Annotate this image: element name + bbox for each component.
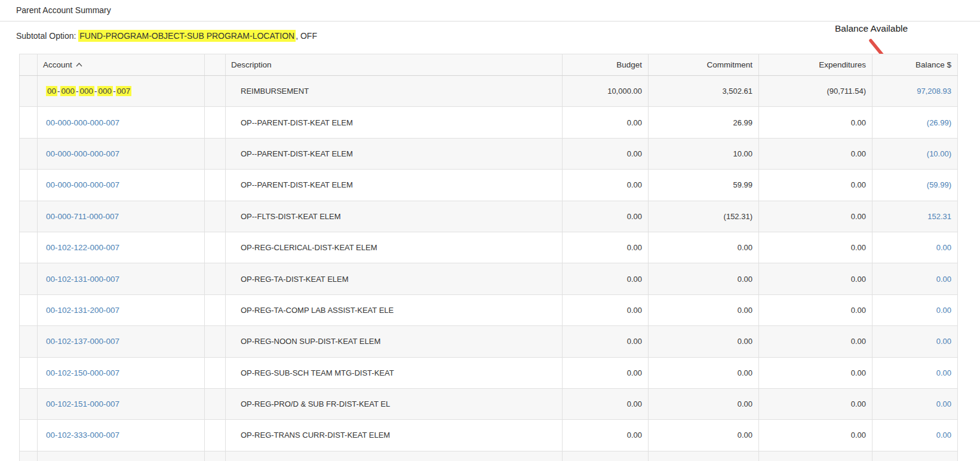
balance-cell: (59.99): [873, 170, 958, 201]
column-header-description[interactable]: Description: [226, 54, 563, 76]
expenditures-cell: 0.00: [759, 326, 873, 357]
account-link[interactable]: 00-000-000-000-007: [46, 149, 119, 158]
balance-link[interactable]: 0.00: [936, 399, 951, 408]
column-header-spacer-mid: [205, 54, 226, 76]
spacer-cell: [205, 420, 226, 451]
account-link[interactable]: 00-102-122-000-007: [46, 243, 119, 252]
account-link[interactable]: 00-102-131-200-007: [46, 306, 119, 315]
budget-cell: 0.00: [563, 326, 649, 357]
commitment-cell: 0.00: [649, 326, 759, 357]
budget-cell: 0.00: [563, 388, 649, 419]
budget-cell: 10,000.00: [563, 76, 649, 107]
budget-cell: 0.00: [563, 232, 649, 263]
balance-link[interactable]: (26.99): [927, 118, 951, 127]
table-header-row: Account Description Budget Commitment Ex…: [20, 54, 958, 76]
account-link[interactable]: 00-102-151-000-007: [46, 399, 119, 408]
spacer-cell: [20, 326, 38, 357]
description-cell: OP--PARENT-DIST-KEAT ELEM: [226, 170, 563, 201]
account-cell: 00-102-151-000-007: [38, 388, 205, 419]
spacer-cell: [205, 201, 226, 232]
balance-cell: (10.00): [873, 138, 958, 169]
expenditures-cell: 0.00: [759, 388, 873, 419]
table-row: 00-102-150-000-007 OP-REG-SUB-SCH TEAM M…: [20, 357, 958, 388]
description-cell: [226, 451, 563, 461]
spacer-cell: [205, 451, 226, 461]
account-cell: 00-102-131-200-007: [38, 294, 205, 325]
account-link[interactable]: 00-102-131-000-007: [46, 275, 119, 284]
spacer-cell: [205, 107, 226, 138]
table-row: 00-102-137-000-007 OP-REG-NOON SUP-DIST-…: [20, 326, 958, 357]
balance-link[interactable]: (10.00): [927, 149, 951, 158]
spacer-cell: [20, 107, 38, 138]
page-title: Parent Account Summary: [16, 5, 111, 15]
account-link[interactable]: 00-000-000-000-007: [46, 118, 119, 127]
balance-link[interactable]: 0.00: [936, 243, 951, 252]
account-link[interactable]: 00-102-150-000-007: [46, 368, 119, 377]
budget-cell: 0.00: [563, 138, 649, 169]
commitment-cell: 0.00: [649, 357, 759, 388]
balance-link[interactable]: 0.00: [936, 306, 951, 315]
spacer-cell: [205, 170, 226, 201]
subtotal-option-label: Subtotal Option:: [16, 31, 78, 41]
balance-cell: 0.00: [873, 232, 958, 263]
table-row: 00-102-131-000-007 OP-REG-TA-DIST-KEAT E…: [20, 263, 958, 294]
column-header-account[interactable]: Account: [38, 54, 205, 76]
spacer-cell: [205, 294, 226, 325]
balance-link[interactable]: (59.99): [927, 180, 951, 189]
balance-link[interactable]: 0.00: [936, 275, 951, 284]
budget-cell: 0.00: [563, 263, 649, 294]
account-cell: 00-102-137-000-007: [38, 326, 205, 357]
expenditures-cell: 0.00: [759, 420, 873, 451]
account-cell: 00-102-150-000-007: [38, 357, 205, 388]
description-cell: OP--FLTS-DIST-KEAT ELEM: [226, 201, 563, 232]
table-row-partial: [20, 451, 958, 461]
sort-ascending-icon: [76, 63, 82, 67]
spacer-cell: [20, 76, 38, 107]
table-row: 00-000-000-000-007 REIMBURSEMENT 10,000.…: [20, 76, 958, 107]
expenditures-cell: 0.00: [759, 107, 873, 138]
header-divider: [0, 21, 980, 21]
column-header-budget[interactable]: Budget: [563, 54, 649, 76]
description-cell: OP--PARENT-DIST-KEAT ELEM: [226, 138, 563, 169]
account-link[interactable]: 00-102-137-000-007: [46, 337, 119, 346]
spacer-cell: [205, 357, 226, 388]
balance-link[interactable]: 152.31: [927, 212, 951, 221]
commitment-cell: 0.00: [649, 294, 759, 325]
balance-link[interactable]: 0.00: [936, 368, 951, 377]
account-cell: 00-000-711-000-007: [38, 201, 205, 232]
budget-cell: 0.00: [563, 357, 649, 388]
parent-account-table: Account Description Budget Commitment Ex…: [19, 54, 958, 461]
commitment-cell: (152.31): [649, 201, 759, 232]
expenditures-cell: 0.00: [759, 263, 873, 294]
description-cell: OP-REG-TRANS CURR-DIST-KEAT ELEM: [226, 420, 563, 451]
column-header-balance[interactable]: Balance $: [873, 54, 958, 76]
expenditures-cell: 0.00: [759, 357, 873, 388]
budget-cell: [563, 451, 649, 461]
spacer-cell: [20, 232, 38, 263]
account-cell: [38, 451, 205, 461]
spacer-cell: [205, 76, 226, 107]
column-header-commitment[interactable]: Commitment: [649, 54, 759, 76]
balance-cell: 97,208.93: [873, 76, 958, 107]
spacer-cell: [205, 388, 226, 419]
balance-link[interactable]: 97,208.93: [917, 87, 951, 96]
account-link[interactable]: 00-000-711-000-007: [46, 212, 119, 221]
table-row: 00-000-000-000-007 OP--PARENT-DIST-KEAT …: [20, 170, 958, 201]
commitment-cell: 0.00: [649, 232, 759, 263]
description-cell: REIMBURSEMENT: [226, 76, 563, 107]
commitment-cell: 59.99: [649, 170, 759, 201]
account-cell: 00-102-131-000-007: [38, 263, 205, 294]
commitment-cell: 3,502.61: [649, 76, 759, 107]
balance-link[interactable]: 0.00: [936, 337, 951, 346]
balance-link[interactable]: 0.00: [936, 431, 951, 440]
balance-cell: 152.31: [873, 201, 958, 232]
column-header-expenditures[interactable]: Expenditures: [759, 54, 873, 76]
subtotal-option-line: Subtotal Option: FUND-PROGRAM-OBJECT-SUB…: [16, 31, 317, 41]
account-link[interactable]: 00-000-000-000-007: [46, 180, 119, 189]
budget-cell: 0.00: [563, 170, 649, 201]
balance-cell: 0.00: [873, 294, 958, 325]
subtotal-option-state: , OFF: [296, 31, 317, 41]
spacer-cell: [205, 326, 226, 357]
commitment-cell: [649, 451, 759, 461]
account-link[interactable]: 00-102-333-000-007: [46, 431, 119, 440]
